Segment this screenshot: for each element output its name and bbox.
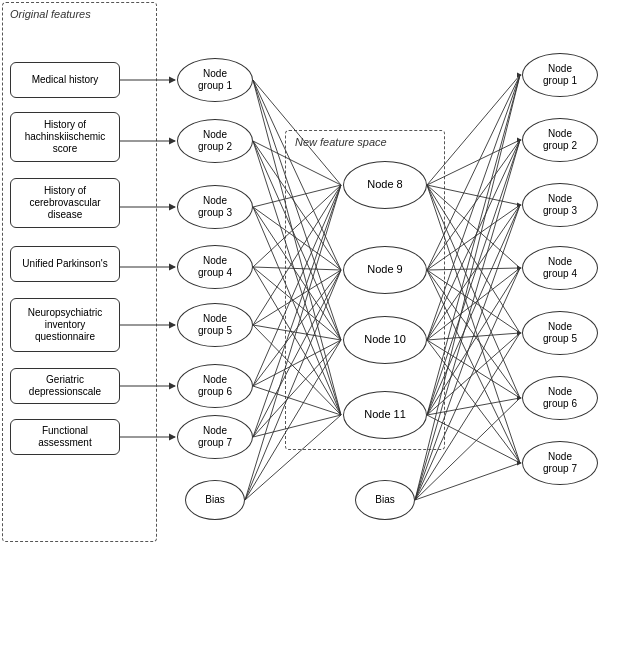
node-group-4-out: Nodegroup 4: [522, 246, 598, 290]
node-10: Node 10: [343, 316, 427, 364]
bias-l1: Bias: [185, 480, 245, 520]
node-11: Node 11: [343, 391, 427, 439]
node-group-7-l1: Nodegroup 7: [177, 415, 253, 459]
node-group-3-l1: Nodegroup 3: [177, 185, 253, 229]
node-group-1-out: Nodegroup 1: [522, 53, 598, 97]
node-group-2-out: Nodegroup 2: [522, 118, 598, 162]
input-geriatric: Geriatric depressionscale: [10, 368, 120, 404]
node-group-6-l1: Nodegroup 6: [177, 364, 253, 408]
node-group-6-out: Nodegroup 6: [522, 376, 598, 420]
node-group-3-out: Nodegroup 3: [522, 183, 598, 227]
node-group-7-out: Nodegroup 7: [522, 441, 598, 485]
node-9: Node 9: [343, 246, 427, 294]
node-8: Node 8: [343, 161, 427, 209]
input-cerebrovascular: History of cerebrovascular disease: [10, 178, 120, 228]
new-feature-space-label: New feature space: [295, 136, 387, 148]
node-group-1-l1: Nodegroup 1: [177, 58, 253, 102]
svg-line-73: [415, 463, 520, 500]
diagram-container: Original features New feature space: [0, 0, 640, 669]
node-group-2-l1: Nodegroup 2: [177, 119, 253, 163]
input-hachinski: History of hachinskiischemic score: [10, 112, 120, 162]
node-group-5-l1: Nodegroup 5: [177, 303, 253, 347]
node-group-5-out: Nodegroup 5: [522, 311, 598, 355]
original-features-label: Original features: [10, 8, 91, 20]
input-functional: Functional assessment: [10, 419, 120, 455]
bias-l2: Bias: [355, 480, 415, 520]
input-medical-history: Medical history: [10, 62, 120, 98]
input-parkinson: Unified Parkinson's: [10, 246, 120, 282]
node-group-4-l1: Nodegroup 4: [177, 245, 253, 289]
input-neuropsychiatric: Neuropsychiatric inventory questionnaire: [10, 298, 120, 352]
